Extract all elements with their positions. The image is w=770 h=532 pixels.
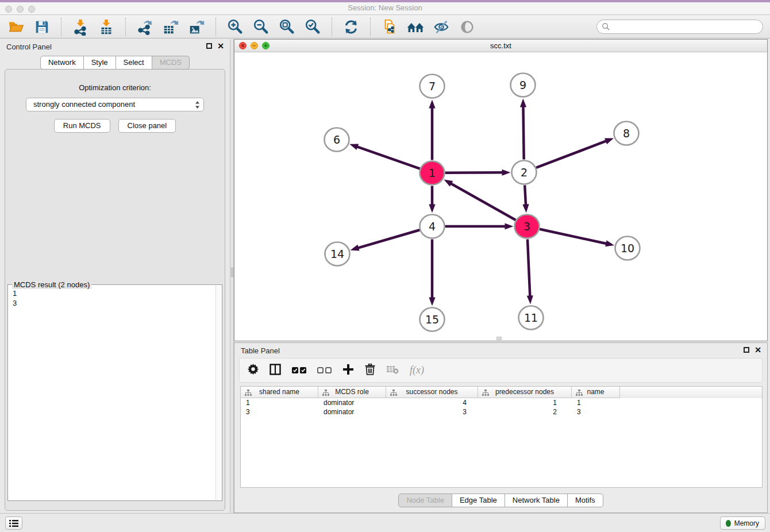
horizontal-splitter-grip[interactable] (496, 337, 502, 340)
column-header-predecessor-nodes[interactable]: predecessor nodes (478, 387, 572, 398)
result-line: 1 (13, 288, 217, 298)
eye-slash-icon[interactable] (432, 18, 451, 36)
tab-mcds[interactable]: MCDS (152, 56, 190, 70)
graph-node-9[interactable]: 9 (511, 74, 536, 97)
import-network-icon[interactable] (71, 18, 90, 36)
float-panel-icon[interactable] (206, 43, 212, 49)
column-header-successor-nodes[interactable]: successor nodes (386, 387, 478, 398)
graph-edge-3-11[interactable] (528, 239, 530, 297)
float-table-panel-icon[interactable] (744, 347, 749, 353)
close-window-button[interactable] (5, 6, 12, 13)
network-close-icon[interactable]: × (239, 42, 247, 49)
task-history-button[interactable] (5, 516, 22, 530)
graph-edge-arrowhead (527, 295, 533, 304)
open-session-icon[interactable] (7, 18, 25, 36)
graph-edge-2-8[interactable] (536, 141, 607, 168)
vertical-splitter[interactable] (230, 39, 234, 513)
export-image-icon[interactable] (187, 18, 206, 36)
tab-select[interactable]: Select (116, 56, 152, 70)
tab-edge-table[interactable]: Edge Table (452, 494, 505, 507)
svg-text:4: 4 (429, 220, 436, 233)
graph-edge-1-6[interactable] (356, 147, 420, 169)
memory-button[interactable]: Memory (720, 516, 765, 530)
graph-edge-2-3[interactable] (525, 185, 526, 206)
graph-node-4[interactable]: 4 (420, 215, 445, 238)
graph-edge-1-2[interactable] (445, 172, 503, 173)
graph-node-7[interactable]: 7 (420, 75, 445, 98)
table-cell[interactable]: 3 (386, 407, 478, 417)
table-cell[interactable]: 2 (478, 407, 572, 417)
column-header-name[interactable]: name (572, 387, 620, 398)
graph-edge-2-9[interactable] (523, 105, 523, 159)
result-scrollbar[interactable] (215, 286, 221, 500)
close-panel-button[interactable]: Close panel (118, 119, 176, 133)
table-row[interactable]: 1dominator411 (241, 398, 762, 407)
network-window-title: scc.txt (234, 40, 767, 50)
homes-icon[interactable] (406, 18, 425, 36)
graph-edge-4-14[interactable] (357, 230, 419, 248)
table-settings-gear-icon[interactable] (248, 364, 259, 377)
table-cell[interactable]: 1 (478, 398, 572, 407)
close-table-panel-icon[interactable]: ✕ (754, 346, 761, 353)
network-canvas[interactable]: 1234678910111415 (234, 53, 767, 341)
contrast-eye-icon[interactable] (458, 18, 476, 36)
graph-node-6[interactable]: 6 (325, 128, 349, 152)
node-table: shared nameMCDS rolesuccessor nodesprede… (240, 386, 763, 488)
criterion-select[interactable]: strongly connected component (26, 98, 204, 111)
run-mcds-button[interactable]: Run MCDS (54, 119, 110, 133)
network-window-titlebar[interactable]: × − + scc.txt (234, 40, 767, 52)
svg-text:11: 11 (524, 311, 538, 324)
table-cell[interactable]: 3 (572, 407, 620, 417)
tab-motifs[interactable]: Motifs (568, 494, 603, 507)
graph-node-10[interactable]: 10 (615, 237, 640, 260)
main-toolbar (0, 16, 770, 38)
create-column-plus-icon[interactable] (342, 364, 354, 377)
export-network-icon[interactable] (136, 18, 154, 36)
deselect-all-icon[interactable] (317, 367, 332, 373)
column-hierarchy-icon (576, 389, 583, 400)
network-minimize-icon[interactable]: − (251, 42, 258, 49)
export-table-icon[interactable] (161, 18, 180, 36)
save-session-icon[interactable] (33, 18, 51, 36)
network-maximize-icon[interactable]: + (262, 42, 270, 49)
table-cell[interactable]: dominator (318, 407, 386, 417)
tab-style[interactable]: Style (84, 56, 116, 70)
search-input[interactable] (596, 20, 763, 34)
graph-node-3[interactable]: 3 (515, 215, 540, 238)
minimize-window-button[interactable] (17, 6, 24, 13)
table-row[interactable]: 3dominator323 (241, 407, 762, 417)
select-all-icon[interactable] (292, 367, 306, 373)
close-panel-icon[interactable]: ✕ (217, 43, 224, 49)
zoom-window-button[interactable] (28, 6, 35, 13)
duplicate-network-icon[interactable] (380, 18, 399, 36)
tab-network-table[interactable]: Network Table (505, 494, 568, 507)
graph-node-8[interactable]: 8 (614, 122, 639, 145)
graph-node-14[interactable]: 14 (325, 242, 350, 266)
toolbar-separator (215, 18, 216, 36)
table-cell[interactable]: 3 (241, 407, 318, 417)
table-panel-tabs: Node TableEdge TableNetwork TableMotifs (234, 494, 767, 507)
delete-column-trash-icon[interactable] (365, 364, 375, 377)
graph-edge-3-1[interactable] (450, 183, 515, 220)
tab-network[interactable]: Network (40, 56, 84, 70)
control-panel-title: Control Panel (6, 43, 52, 51)
graph-node-11[interactable]: 11 (519, 306, 544, 330)
table-cell[interactable]: 4 (386, 398, 478, 407)
show-column-panel-icon[interactable] (270, 364, 281, 377)
graph-node-2[interactable]: 2 (512, 161, 537, 184)
graph-edge-arrowhead (444, 180, 453, 187)
column-header-MCDS-role[interactable]: MCDS role (318, 387, 386, 398)
splitter-grip[interactable] (231, 268, 233, 277)
import-table-icon[interactable] (97, 18, 116, 36)
graph-edge-3-10[interactable] (540, 229, 607, 244)
refresh-layout-icon[interactable] (342, 18, 360, 36)
column-header-shared-name[interactable]: shared name (241, 387, 318, 398)
tab-node-table[interactable]: Node Table (398, 494, 452, 507)
table-cell[interactable]: 1 (241, 398, 318, 407)
zoom-out-icon[interactable] (252, 18, 270, 36)
zoom-selected-icon[interactable] (303, 18, 322, 36)
graph-node-15[interactable]: 15 (420, 308, 445, 331)
graph-node-1[interactable]: 1 (420, 161, 445, 185)
zoom-in-icon[interactable] (226, 18, 244, 36)
zoom-fit-icon[interactable] (278, 18, 296, 36)
